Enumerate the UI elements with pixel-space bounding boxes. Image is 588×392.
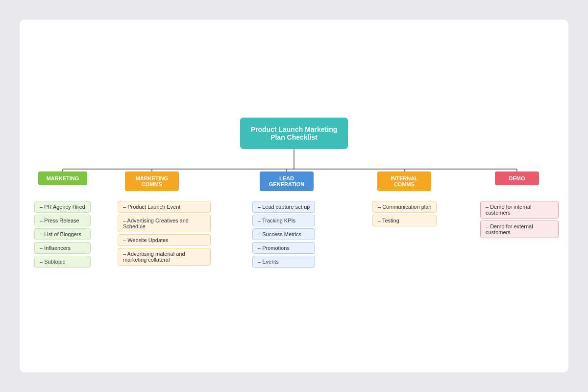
root-node: Product Launch Marketing Plan Checklist (240, 118, 348, 149)
list-item: – Website Updates (118, 234, 211, 246)
list-item: – Demo for external customers (480, 220, 559, 238)
category-demo: DEMO (495, 172, 539, 185)
marketing-items: – PR Agency Hired – Press Release – List… (34, 201, 91, 268)
list-item: – Tracking KPIs (252, 215, 315, 226)
list-item: – Events (252, 256, 315, 268)
list-item: – Promotions (252, 242, 315, 254)
list-item: – Success Metrics (252, 228, 315, 240)
list-item: – Advertising Creatives and Schedule (118, 215, 211, 232)
category-lead-generation: LEAD GENERATION (260, 172, 314, 191)
list-item: – Advertising material and marketing col… (118, 248, 211, 266)
list-item: – Product Launch Event (118, 201, 211, 213)
list-item: – Testing (372, 215, 437, 226)
canvas: Product Launch Marketing Plan Checklist … (20, 20, 568, 372)
connector-lines (20, 20, 568, 372)
list-item: – Communication plan (372, 201, 437, 213)
demo-items: – Demo for internal customers – Demo for… (480, 201, 559, 238)
list-item: – PR Agency Hired (34, 201, 91, 213)
lead-generation-items: – Lead capture set up – Tracking KPIs – … (252, 201, 315, 268)
marketing-comms-items: – Product Launch Event – Advertising Cre… (118, 201, 211, 266)
list-item: – Lead capture set up (252, 201, 315, 213)
list-item: – Influencers (34, 242, 91, 254)
list-item: – Demo for internal customers (480, 201, 559, 219)
internal-comms-items: – Communication plan – Testing (372, 201, 437, 226)
list-item: – Subtopic (34, 256, 91, 268)
category-marketing-comms: MARKETING COMMS (125, 172, 179, 191)
list-item: – List of Bloggers (34, 228, 91, 240)
category-internal-comms: INTERNAL COMMS (377, 172, 431, 191)
root-title: Product Launch Marketing Plan Checklist (251, 125, 338, 141)
list-item: – Press Release (34, 215, 91, 226)
category-marketing: MARKETING (38, 172, 87, 185)
